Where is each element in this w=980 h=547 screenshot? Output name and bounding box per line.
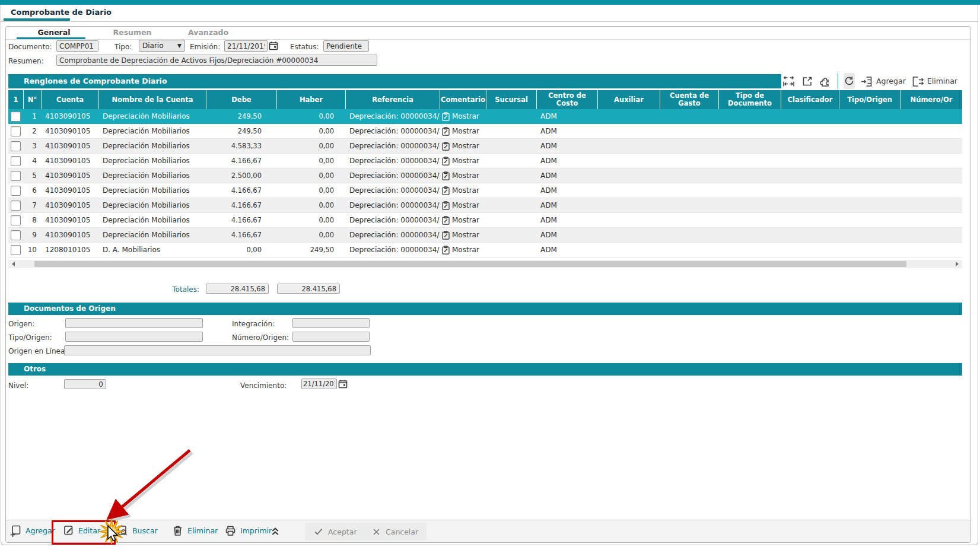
origen-field[interactable]	[65, 318, 203, 328]
puzzle-icon[interactable]	[819, 75, 832, 88]
cell-centro_costo: ADM	[537, 168, 598, 183]
emision-field[interactable]	[224, 40, 268, 52]
tipo-select[interactable]: Diario ▼	[139, 40, 185, 52]
column-header[interactable]: Cuenta de Gasto	[660, 90, 719, 109]
column-header[interactable]: Cuenta	[42, 90, 99, 109]
cell-referencia: Depreciación: 00000034/...	[346, 213, 440, 227]
comentario-mostrar-link[interactable]: Mostrar	[440, 183, 486, 198]
aceptar-button[interactable]: Aceptar	[305, 523, 365, 540]
integracion-field[interactable]	[292, 318, 370, 328]
row-checkbox[interactable]	[11, 215, 21, 225]
eliminar-button[interactable]: Eliminar	[171, 524, 218, 537]
table-row[interactable]: 14103090105Depreciación Mobiliarios249,5…	[8, 109, 962, 124]
row-checkbox[interactable]	[11, 141, 21, 151]
buscar-button[interactable]: Buscar	[116, 524, 158, 537]
scroll-left-arrow-icon[interactable]	[12, 262, 15, 266]
column-header[interactable]: Centro de Costo	[537, 90, 598, 109]
clipboard-icon	[442, 157, 450, 166]
cell-referencia: Depreciación: 00000034/...	[346, 168, 440, 183]
cell-clasificador	[781, 243, 839, 257]
column-header[interactable]: Debe	[206, 90, 277, 109]
comentario-mostrar-link[interactable]: Mostrar	[440, 243, 486, 257]
row-checkbox[interactable]	[11, 156, 21, 166]
comentario-mostrar-link[interactable]: Mostrar	[440, 109, 486, 123]
table-row[interactable]: 44103090105Depreciación Mobiliarios4.166…	[8, 154, 962, 168]
dropdown-arrow-icon: ▼	[177, 43, 182, 49]
tipo-origen-field[interactable]	[65, 332, 203, 342]
comentario-mostrar-link[interactable]: Mostrar	[440, 213, 486, 227]
row-checkbox[interactable]	[11, 230, 21, 240]
origen-linea-label: Origen en Línea:	[8, 347, 67, 355]
table-row[interactable]: 24103090105Depreciación Mobiliarios249,5…	[8, 124, 962, 139]
cell-clasificador	[781, 198, 839, 212]
editar-button[interactable]: Editar	[62, 524, 100, 537]
cell-tipo_origen	[839, 168, 901, 183]
row-checkbox[interactable]	[11, 201, 21, 211]
row-checkbox[interactable]	[11, 245, 21, 255]
tab-general[interactable]: General	[21, 28, 87, 37]
fit-columns-icon[interactable]	[782, 75, 796, 88]
collapse-toolbar-button[interactable]	[269, 526, 282, 536]
documento-field[interactable]	[56, 40, 98, 52]
window-tab-title[interactable]: Comprobante de Diario	[11, 8, 112, 17]
estatus-field[interactable]	[323, 40, 369, 52]
column-header[interactable]: Nombre de la Cuenta	[99, 90, 206, 109]
cell-referencia: Depreciación: 00000034/...	[346, 198, 440, 212]
column-header[interactable]: 1	[8, 90, 24, 109]
table-row[interactable]: 74103090105Depreciación Mobiliarios4.166…	[8, 198, 962, 213]
table-row[interactable]: 84103090105Depreciación Mobiliarios4.166…	[8, 213, 962, 228]
column-header[interactable]: Referencia	[346, 90, 440, 109]
refresh-button[interactable]	[844, 73, 855, 89]
cell-nombre: Depreciación Mobiliarios	[99, 139, 206, 153]
origen-linea-field[interactable]	[64, 345, 371, 355]
column-header[interactable]: Tipo de Documento	[719, 90, 781, 109]
table-row[interactable]: 94103090105Depreciación Mobiliarios4.166…	[8, 228, 962, 243]
open-external-icon[interactable]	[801, 75, 814, 88]
grid-horizontal-scrollbar[interactable]	[8, 260, 962, 268]
emision-calendar-icon[interactable]	[269, 41, 278, 50]
tab-avanzado[interactable]: Avanzado	[176, 28, 241, 37]
vencimiento-field[interactable]	[301, 379, 337, 389]
column-header[interactable]: Auxiliar	[598, 90, 660, 109]
column-header[interactable]: Número/Or	[901, 90, 962, 109]
tab-resumen[interactable]: Resumen	[100, 28, 165, 37]
grid-add-row-button[interactable]: Agregar	[860, 75, 906, 88]
cell-cuenta_gasto	[660, 109, 719, 123]
nivel-field[interactable]	[64, 379, 106, 389]
imprimir-button[interactable]: Imprimir	[224, 524, 272, 537]
column-header[interactable]: Clasificador	[781, 90, 839, 109]
cell-debe: 249,50	[206, 109, 277, 123]
column-header[interactable]: Haber	[277, 90, 346, 109]
scrollbar-thumb[interactable]	[34, 261, 906, 267]
row-checkbox[interactable]	[11, 126, 21, 136]
table-row[interactable]: 54103090105Depreciación Mobiliarios2.500…	[8, 168, 962, 183]
comentario-mostrar-link[interactable]: Mostrar	[440, 154, 486, 168]
grid-remove-row-button[interactable]: Eliminar	[911, 75, 957, 88]
cell-auxiliar	[598, 228, 660, 242]
column-header[interactable]: Tipo/Origen	[839, 90, 901, 109]
comentario-mostrar-link[interactable]: Mostrar	[440, 198, 486, 212]
row-checkbox[interactable]	[11, 171, 21, 181]
comentario-mostrar-link[interactable]: Mostrar	[440, 124, 486, 138]
documento-label: Documento:	[8, 43, 52, 51]
table-row[interactable]: 64103090105Depreciación Mobiliarios4.166…	[8, 183, 962, 198]
comentario-mostrar-link[interactable]: Mostrar	[440, 228, 486, 242]
column-header[interactable]: Sucursal	[486, 90, 537, 109]
vencimiento-calendar-icon[interactable]	[338, 379, 348, 389]
agregar-button[interactable]: Agregar	[9, 524, 55, 537]
cancelar-button[interactable]: Cancelar	[363, 523, 427, 540]
scroll-right-arrow-icon[interactable]	[956, 262, 959, 266]
row-checkbox[interactable]	[11, 112, 21, 122]
cell-n: 2	[24, 124, 42, 138]
table-row[interactable]: 34103090105Depreciación Mobiliarios4.583…	[8, 139, 962, 154]
resumen-field[interactable]	[56, 55, 377, 66]
row-checkbox[interactable]	[11, 186, 21, 196]
table-row[interactable]: 101208010105D. A. Mobiliarios0,00249,50D…	[8, 243, 962, 257]
column-header[interactable]: Comentario	[440, 90, 486, 109]
total-haber: 28.415,68	[277, 284, 340, 294]
column-header[interactable]: N°	[24, 90, 42, 109]
comentario-mostrar-link[interactable]: Mostrar	[440, 168, 486, 183]
numero-origen-field[interactable]	[292, 332, 370, 342]
comentario-mostrar-link[interactable]: Mostrar	[440, 139, 486, 153]
nivel-label: Nivel:	[8, 381, 28, 390]
